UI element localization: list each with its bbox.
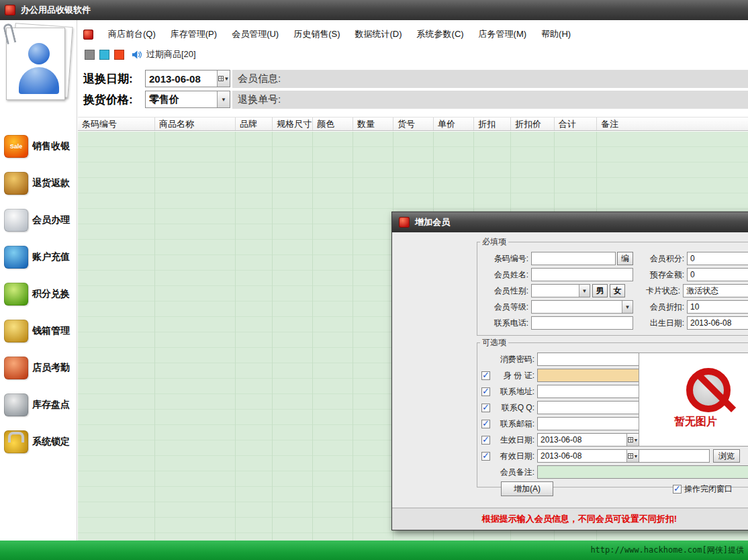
address-checkbox[interactable] <box>481 387 490 396</box>
sidebar-item-account-recharge[interactable]: 账户充值 <box>0 238 77 275</box>
sidebar-item-sales-cashier[interactable]: Sale 销售收银 <box>0 128 77 165</box>
menu-bar: 商店前台(Q) 库存管理(P) 会员管理(U) 历史销售(S) 数据统计(D) … <box>78 26 748 42</box>
birthday-label: 出生日期: <box>639 318 684 329</box>
exchange-price-value: 零售价 <box>149 93 179 106</box>
sidebar-item-label: 钱箱管理 <box>32 325 70 337</box>
col-header-brand: 品牌 <box>236 118 273 130</box>
end-date-picker[interactable]: 2013-06-08 ▼ <box>537 449 639 463</box>
edit-barcode-button[interactable]: 编 <box>617 252 633 265</box>
row-member-level: 会员等级: ▼ 会员折扣: 10 <box>481 300 748 314</box>
sidebar-item-cashbox-manage[interactable]: 钱箱管理 <box>0 312 77 349</box>
calendar-dropdown-icon[interactable]: ▼ <box>217 71 230 87</box>
remark-input[interactable] <box>537 465 748 479</box>
menu-item-data-stats[interactable]: 数据统计(D) <box>355 28 402 40</box>
card-status-input[interactable]: 激活状态 <box>683 284 748 297</box>
no-image-text: 暂无图片 <box>674 415 717 429</box>
table-column <box>236 132 273 541</box>
calendar-dropdown-icon[interactable]: ▼ <box>626 434 639 446</box>
person-torso <box>19 67 59 94</box>
attendance-people-icon <box>4 357 28 379</box>
password-input[interactable] <box>537 353 639 366</box>
chevron-down-icon[interactable]: ▼ <box>217 91 230 107</box>
col-header-total: 合计 <box>555 118 597 130</box>
id-card-label: 身 份 证: <box>493 370 534 381</box>
close-after-operation-checkbox[interactable] <box>673 485 682 494</box>
sidebar-item-system-lock[interactable]: 系统锁定 <box>0 423 77 460</box>
row-member-name: 会员姓名: 预存金额: 0 <box>481 268 748 281</box>
gender-select[interactable]: ▼ <box>531 284 590 297</box>
dialog-title: 增加会员 <box>415 216 450 228</box>
qq-checkbox[interactable] <box>481 404 490 412</box>
add-member-button[interactable]: 增加(A) <box>501 481 553 496</box>
menu-item-store-affairs[interactable]: 店务管理(M) <box>479 28 527 40</box>
remark-label: 会员备注: <box>493 467 534 478</box>
refund-box-icon <box>4 172 28 195</box>
required-group-legend: 必填项 <box>480 236 508 248</box>
sidebar-item-label: 退货返款 <box>32 177 70 189</box>
sidebar-item-label: 积分兑换 <box>32 288 70 300</box>
sidebar-item-staff-attendance[interactable]: 店员考勤 <box>0 349 77 386</box>
required-fields-group: 必填项 条码编号: 编 会员积分: 0 会员姓名: 预存金额: 0 会员性别: … <box>477 236 748 336</box>
phone-label: 联系电话: <box>481 318 528 329</box>
browse-button[interactable]: 浏览 <box>713 449 740 463</box>
email-checkbox[interactable] <box>481 420 490 428</box>
phone-input[interactable] <box>531 316 633 330</box>
sidebar-item-inventory-check[interactable]: 库存盘点 <box>0 386 77 423</box>
title-bar[interactable]: 办公用品收银软件 <box>0 0 748 20</box>
menu-item-history-sales[interactable]: 历史销售(S) <box>293 28 340 40</box>
qq-label: 联系Q Q: <box>493 402 534 414</box>
paperclip-icon <box>3 23 17 44</box>
return-date-label: 退换日期: <box>83 71 133 87</box>
member-level-select[interactable]: ▼ <box>531 300 633 314</box>
app-window: 办公用品收银软件 Sale 销售收银 退货返款 会员办理 <box>0 0 748 560</box>
col-header-barcode: 条码编号 <box>78 118 155 130</box>
id-card-input[interactable] <box>537 369 639 382</box>
menu-item-help[interactable]: 帮助(H) <box>541 28 571 40</box>
photo-path-input[interactable] <box>639 449 710 463</box>
sidebar-item-member-register[interactable]: 会员办理 <box>0 201 77 238</box>
row-remark: 会员备注: <box>481 465 748 479</box>
points-input[interactable]: 0 <box>687 252 748 265</box>
exchange-price-label: 换货价格: <box>83 92 133 107</box>
dialog-title-bar[interactable]: 增加会员 <box>392 212 748 232</box>
legend-gray-square-icon <box>85 50 95 60</box>
sidebar-item-points-exchange[interactable]: 积分兑换 <box>0 275 77 312</box>
id-card-checkbox[interactable] <box>481 371 490 380</box>
menu-item-store-front[interactable]: 商店前台(Q) <box>108 28 156 40</box>
return-date-picker[interactable]: 2013-06-08 ▼ <box>145 70 230 87</box>
chevron-down-icon[interactable]: ▼ <box>579 285 590 297</box>
alert-toolbar: 过期商品[20] <box>78 47 748 62</box>
member-name-input[interactable] <box>531 268 633 281</box>
end-date-checkbox[interactable] <box>481 452 490 461</box>
address-input[interactable] <box>537 385 639 398</box>
birthday-input[interactable]: 2013-06-08 <box>687 316 748 330</box>
menu-item-system-params[interactable]: 系统参数(C) <box>417 28 464 40</box>
expired-goods-ticker[interactable]: 过期商品[20] <box>146 48 196 60</box>
female-button[interactable]: 女 <box>610 284 625 297</box>
menu-item-stock-manage[interactable]: 库存管理(P) <box>171 28 217 40</box>
start-date-picker[interactable]: 2013-06-08 ▼ <box>537 433 639 447</box>
member-discount-input[interactable]: 10 <box>687 300 748 314</box>
exchange-price-select[interactable]: 零售价 ▼ <box>145 91 230 108</box>
prepaid-input[interactable]: 0 <box>687 268 748 281</box>
dialog-status-message: 根据提示输入会员信息，不同会员可设置不同折扣! <box>482 513 677 525</box>
start-date-checkbox[interactable] <box>481 436 490 445</box>
col-header-unit-price: 单价 <box>434 118 474 130</box>
exchange-no-strip: 退换单号: <box>232 91 748 109</box>
optional-fields-group: 可选项 消费密码: 身 份 证: 联系地址: 联系Q Q: <box>477 337 748 487</box>
address-label: 联系地址: <box>493 386 534 398</box>
email-input[interactable] <box>537 417 639 430</box>
member-discount-label: 会员折扣: <box>639 301 684 313</box>
qq-input[interactable] <box>537 401 639 414</box>
sidebar-nav: Sale 销售收银 退货返款 会员办理 账户充值 积分兑换 钱箱管理 <box>0 128 77 460</box>
male-button[interactable]: 男 <box>592 284 608 297</box>
menu-item-member-manage[interactable]: 会员管理(U) <box>232 28 279 40</box>
sidebar-item-label: 会员办理 <box>32 214 70 226</box>
barcode-input[interactable] <box>531 252 616 265</box>
chevron-down-icon[interactable]: ▼ <box>622 301 633 313</box>
col-header-product-name: 商品名称 <box>155 118 236 130</box>
sale-icon: Sale <box>4 135 28 158</box>
app-logo-icon <box>5 5 15 15</box>
calendar-dropdown-icon[interactable]: ▼ <box>626 450 639 462</box>
sidebar-item-return-refund[interactable]: 退货返款 <box>0 165 77 201</box>
